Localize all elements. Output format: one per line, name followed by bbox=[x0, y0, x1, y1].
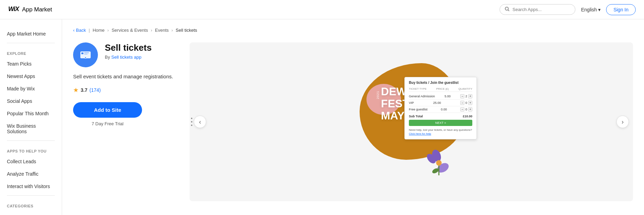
tw-qty-val-1: 0 bbox=[465, 101, 467, 105]
tw-qty-minus-1[interactable]: − bbox=[460, 101, 464, 105]
svg-rect-4 bbox=[81, 52, 83, 54]
tw-qty-plus-2[interactable]: + bbox=[468, 107, 472, 111]
ticket-widget-header: TICKET TYPE PRICE (£) QUANTITY bbox=[409, 87, 472, 92]
tw-qty-0: − 2 + bbox=[460, 94, 472, 98]
rating-count[interactable]: (174) bbox=[89, 87, 101, 93]
tw-qty-plus-1[interactable]: + bbox=[468, 101, 472, 105]
sidebar-item-collect-leads[interactable]: Collect Leads bbox=[0, 155, 62, 168]
free-trial-label: 7 Day Free Trial bbox=[73, 121, 142, 126]
sidebar: App Market Home EXPLORE Team Picks Newes… bbox=[0, 19, 62, 209]
tw-qty-val-2: 0 bbox=[465, 108, 467, 111]
screenshot-prev-button[interactable]: ‹ bbox=[194, 116, 206, 128]
search-input[interactable] bbox=[512, 7, 570, 12]
app-info: Sell tickets By Sell tickets app Sell ev… bbox=[73, 42, 173, 126]
tw-qty-2: − 0 + bbox=[460, 107, 472, 111]
tw-row-1: VIP 25.00 − 0 + bbox=[409, 100, 472, 106]
ticket-widget-subtotal: Sub Total £10.00 bbox=[409, 113, 472, 120]
wix-logo-text: WiX bbox=[8, 5, 21, 14]
breadcrumb-events[interactable]: Events bbox=[155, 28, 169, 33]
sidebar-item-made-by-wix[interactable]: Made by Wix bbox=[0, 82, 62, 95]
sidebar-item-analyze-traffic[interactable]: Analyze Traffic bbox=[0, 168, 62, 180]
screenshot-dot-1 bbox=[191, 118, 192, 119]
tw-qty-minus-0[interactable]: − bbox=[460, 94, 464, 98]
tw-help-link[interactable]: Click here for help bbox=[409, 132, 431, 135]
sidebar-item-team-picks[interactable]: Team Picks bbox=[0, 58, 62, 70]
tw-help-label: Need help, lost your tickets, or have an… bbox=[409, 128, 472, 131]
search-box[interactable] bbox=[500, 4, 575, 15]
tw-qty-1: − 0 + bbox=[460, 101, 472, 105]
svg-point-12 bbox=[436, 160, 442, 166]
tw-price-0: 5.00 bbox=[445, 95, 451, 98]
app-icon bbox=[73, 42, 98, 67]
screenshot-next-button[interactable]: › bbox=[616, 116, 629, 128]
star-icon: ★ bbox=[73, 86, 79, 94]
chevron-right-icon: › bbox=[622, 118, 624, 126]
sidebar-item-home[interactable]: App Market Home bbox=[0, 28, 62, 40]
chevron-down-icon: ▾ bbox=[598, 7, 601, 12]
logo: WiX App Market bbox=[8, 5, 52, 14]
svg-rect-5 bbox=[84, 52, 89, 53]
sidebar-item-wix-business[interactable]: Wix Business Solutions bbox=[0, 120, 62, 138]
breadcrumb-sep-1: | bbox=[89, 28, 90, 33]
app-header: Sell tickets By Sell tickets app bbox=[73, 42, 173, 67]
main-content: ‹ Back | Home › Services & Events › Even… bbox=[62, 19, 644, 209]
tw-qty-minus-2[interactable]: − bbox=[460, 107, 464, 111]
sidebar-item-newest-apps[interactable]: Newest Apps bbox=[0, 70, 62, 82]
tw-row-0: General Admission 5.00 − 2 + bbox=[409, 93, 472, 100]
sidebar-item-interact-visitors[interactable]: Interact with Visitors bbox=[0, 180, 62, 193]
breadcrumb-services-events[interactable]: Services & Events bbox=[112, 28, 148, 33]
sidebar-divider-1 bbox=[7, 43, 55, 43]
svg-rect-8 bbox=[85, 57, 86, 58]
svg-point-1 bbox=[505, 7, 509, 10]
tw-col-qty: QUANTITY bbox=[459, 87, 472, 90]
tw-qty-plus-0[interactable]: + bbox=[468, 94, 472, 98]
add-to-site-button[interactable]: Add to Site bbox=[73, 102, 142, 118]
tw-subtotal-value: £10.00 bbox=[463, 115, 473, 118]
app-title-area: Sell tickets By Sell tickets app bbox=[105, 42, 152, 60]
breadcrumb-home[interactable]: Home bbox=[93, 28, 105, 33]
language-label: English bbox=[581, 7, 597, 12]
breadcrumb-chevron-1: › bbox=[107, 28, 109, 33]
festival-year: 2021 bbox=[376, 91, 380, 99]
app-by: By Sell tickets app bbox=[105, 55, 152, 60]
tw-qty-val-0: 2 bbox=[465, 95, 467, 98]
tw-next-button[interactable]: NEXT » bbox=[409, 120, 472, 126]
svg-text:WiX: WiX bbox=[8, 6, 20, 12]
app-market-logo-text: App Market bbox=[22, 6, 52, 13]
app-rating: ★ 3.7 (174) bbox=[73, 86, 173, 94]
tw-col-price: PRICE (£) bbox=[436, 87, 449, 90]
tw-subtotal-label: Sub Total bbox=[409, 115, 423, 118]
apps-to-help-section-label: APPS TO HELP YOU bbox=[0, 144, 62, 155]
back-label[interactable]: Back bbox=[76, 28, 86, 33]
nav-right: English ▾ Sign In bbox=[500, 4, 636, 15]
chevron-left-icon: ‹ bbox=[199, 118, 201, 126]
sign-in-button[interactable]: Sign In bbox=[606, 4, 636, 15]
screenshot-dots bbox=[190, 116, 194, 128]
sidebar-item-social-apps[interactable]: Social Apps bbox=[0, 95, 62, 107]
app-title: Sell tickets bbox=[105, 42, 152, 53]
screenshot-dot-3 bbox=[191, 125, 192, 126]
flower-icon bbox=[425, 148, 453, 177]
app-screenshot: ‹ 2021 DEWFESTIVALMAY 28 bbox=[190, 42, 633, 201]
language-selector[interactable]: English ▾ bbox=[581, 7, 601, 12]
back-button[interactable]: ‹ Back bbox=[73, 28, 86, 33]
breadcrumb-chevron-2: › bbox=[151, 28, 152, 33]
breadcrumb-chevron-3: › bbox=[171, 28, 173, 33]
breadcrumb-current: Sell tickets bbox=[176, 28, 197, 33]
top-nav: WiX App Market English ▾ Sign In bbox=[0, 0, 644, 19]
festival-image: 2021 DEWFESTIVALMAY 28 bbox=[339, 49, 484, 194]
tw-row-2: Free guestlist 0.00 − 0 + bbox=[409, 106, 472, 113]
tw-type-1: VIP bbox=[409, 101, 414, 105]
screenshot-dot-2 bbox=[191, 121, 192, 123]
sidebar-item-popular-month[interactable]: Popular This Month bbox=[0, 107, 62, 120]
app-by-link[interactable]: Sell tickets app bbox=[111, 55, 141, 60]
tw-col-type: TICKET TYPE bbox=[409, 87, 426, 90]
tw-type-2: Free guestlist bbox=[409, 108, 427, 111]
breadcrumb: ‹ Back | Home › Services & Events › Even… bbox=[73, 28, 633, 33]
back-arrow-icon: ‹ bbox=[73, 28, 74, 33]
svg-rect-6 bbox=[84, 54, 88, 55]
tw-price-2: 0.00 bbox=[441, 108, 447, 111]
tw-help-text: Need help, lost your tickets, or have an… bbox=[409, 128, 472, 136]
rating-value: 3.7 bbox=[81, 87, 87, 93]
explore-section-label: EXPLORE bbox=[0, 46, 62, 58]
